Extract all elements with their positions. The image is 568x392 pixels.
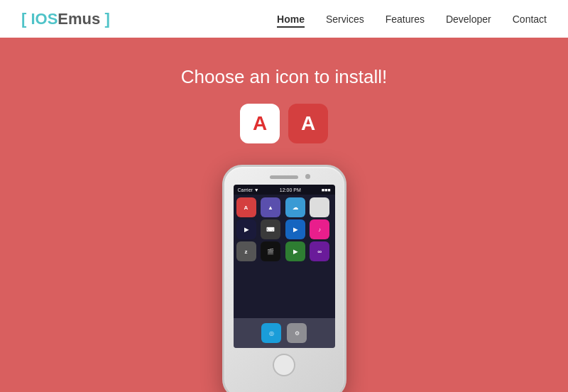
screen-carrier: Carrier ▼ — [238, 187, 259, 192]
screen-app-11: ∞ — [310, 241, 329, 261]
screen-app-5: ⌨ — [261, 219, 280, 239]
navbar: [ IOSEmus ] Home Services Features Devel… — [0, 0, 568, 38]
screen-app-1: ▲ — [261, 197, 280, 217]
nav-links: Home Services Features Developer Contact — [277, 13, 547, 26]
phone-screen: Carrier ▼ 12:00 PM ■■■ A ▲ ☁ ▶ ⌨ ▶ ♪ z 🎬 — [234, 185, 335, 348]
phone-mockup: Carrier ▼ 12:00 PM ■■■ A ▲ ☁ ▶ ⌨ ▶ ♪ z 🎬 — [222, 165, 346, 392]
headline: Choose an icon to install! — [181, 66, 388, 88]
logo-bracket-open: [ — [21, 10, 26, 28]
icon-option-red[interactable]: A — [288, 104, 328, 143]
main-content: Choose an icon to install! A A Carrier ▼… — [0, 38, 568, 392]
logo-emus: Emus — [58, 10, 104, 28]
icon-choices: A A — [240, 104, 328, 143]
screen-battery: ■■■ — [322, 187, 331, 192]
screen-app-grid: A ▲ ☁ ▶ ⌨ ▶ ♪ z 🎬 ▶ ∞ — [234, 195, 335, 264]
nav-item-contact[interactable]: Contact — [513, 13, 547, 26]
icon-option-white[interactable]: A — [240, 104, 280, 143]
phone-body: Carrier ▼ 12:00 PM ■■■ A ▲ ☁ ▶ ⌨ ▶ ♪ z 🎬 — [222, 165, 346, 392]
nav-link-home[interactable]: Home — [277, 13, 305, 28]
screen-app-6: ▶ — [285, 219, 305, 239]
icon-letter-a-white: A — [253, 112, 267, 135]
screen-app-10: ▶ — [285, 241, 305, 261]
logo: [ IOSEmus ] — [21, 10, 110, 28]
logo-ios: IOS — [31, 10, 58, 28]
screen-dock: ◎ ⚙ — [234, 318, 335, 348]
phone-camera — [305, 174, 310, 179]
screen-app-4: ▶ — [236, 219, 256, 239]
nav-item-developer[interactable]: Developer — [446, 13, 491, 26]
screen-app-9: 🎬 — [261, 241, 280, 261]
nav-link-services[interactable]: Services — [326, 13, 364, 25]
nav-link-contact[interactable]: Contact — [513, 13, 547, 25]
logo-bracket-close: ] — [104, 10, 109, 28]
nav-link-developer[interactable]: Developer — [446, 13, 491, 25]
phone-home-button — [273, 354, 295, 376]
screen-status-bar: Carrier ▼ 12:00 PM ■■■ — [234, 185, 335, 195]
nav-item-features[interactable]: Features — [386, 13, 425, 26]
nav-item-home[interactable]: Home — [277, 13, 305, 26]
screen-dock-safari: ◎ — [261, 323, 281, 343]
screen-app-3 — [310, 197, 329, 217]
screen-app-8: z — [236, 241, 256, 261]
nav-item-services[interactable]: Services — [326, 13, 364, 26]
screen-dock-settings: ⚙ — [287, 323, 307, 343]
screen-app-2: ☁ — [285, 197, 305, 217]
screen-app-7: ♪ — [310, 219, 329, 239]
nav-link-features[interactable]: Features — [386, 13, 425, 25]
screen-time: 12:00 PM — [280, 187, 301, 192]
phone-speaker — [270, 175, 298, 179]
icon-letter-a-red: A — [301, 112, 315, 135]
screen-app-iosemus: A — [236, 197, 256, 217]
